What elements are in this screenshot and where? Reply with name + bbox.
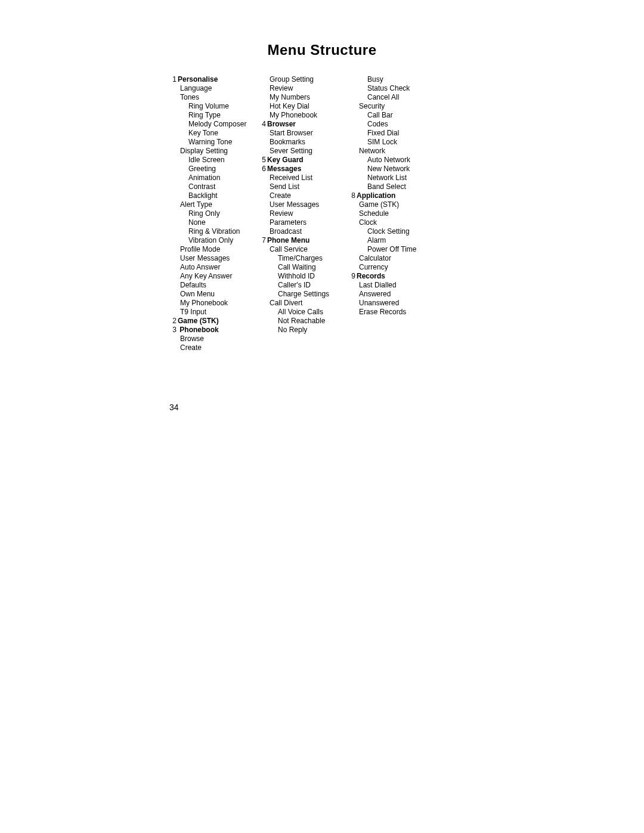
menu-label: Create [180,343,202,352]
menu-label: Review [270,209,293,218]
menu-label: Network [359,147,385,155]
menu-label: Hot Key Dial [270,102,309,110]
menu-item: Call Divert [259,299,342,308]
menu-item: Group Setting [259,75,342,84]
menu-label: Power Off Time [367,245,416,253]
menu-label: Game (STK) [178,317,219,325]
menu-label: None [188,218,206,227]
menu-label: Idle Screen [188,156,225,164]
menu-section-header: 6Messages [259,165,342,174]
menu-item: Language [169,84,253,93]
menu-item: Key Tone [169,129,253,138]
menu-label: Auto Answer [180,263,220,271]
menu-label: Call Service [270,245,308,253]
menu-item: Answered [348,290,432,299]
menu-label: Clock [359,218,377,227]
menu-item: Review [259,209,342,218]
menu-item: My Phonebook [169,299,253,308]
menu-label: Language [180,84,212,92]
menu-label: Own Menu [180,290,215,298]
menu-item: Defaults [169,281,253,290]
menu-number: 4 [259,120,266,129]
menu-label: Browse [180,335,204,343]
menu-label: Broadcast [270,227,302,236]
document-page: Menu Structure 1PersonaliseLanguageTones… [0,0,644,833]
menu-item: Call Waiting [259,263,342,272]
menu-label: Erase Records [359,308,406,316]
menu-label: Vibration Only [188,236,233,244]
menu-label: Unanswered [359,299,399,307]
menu-label: Cancel All [367,93,399,101]
menu-item: Schedule [348,209,432,218]
menu-item: Backlight [169,191,253,200]
menu-label: Caller's ID [278,281,311,289]
menu-item: Time/Charges [259,254,342,263]
menu-item: Alarm [348,236,432,245]
menu-column: 1PersonaliseLanguageTonesRing VolumeRing… [169,75,253,352]
menu-number: 3 [169,326,177,335]
menu-item: Currency [348,263,432,272]
menu-label: Calculator [359,254,391,262]
menu-item: Network [348,147,432,156]
menu-item: New Network [348,165,432,174]
page-number: 34 [169,402,179,412]
menu-item: Browse [169,335,253,343]
menu-label: All Voice Calls [278,308,323,316]
menu-label: Application [357,191,395,200]
menu-label: Contrast [188,182,215,191]
menu-section-header: 8Application [348,191,432,200]
menu-label: Call Waiting [278,263,316,271]
menu-label: Backlight [188,191,218,200]
menu-label: Ring & Vibration [188,227,240,236]
menu-label: Currency [359,263,388,271]
menu-label: Auto Network [367,156,410,164]
menu-item: Last Dialled [348,281,432,290]
menu-item: Network List [348,174,432,182]
menu-section-header: 9Records [348,272,432,281]
menu-item: Profile Mode [169,245,253,254]
menu-item: Hot Key Dial [259,102,342,111]
menu-section-header: 7Phone Menu [259,236,342,245]
menu-item: Display Setting [169,147,253,156]
menu-item: Animation [169,174,253,182]
menu-item: Fixed Dial [348,129,432,138]
menu-item: Parameters [259,218,342,227]
menu-label: Network List [367,174,407,182]
menu-label: Bookmarks [270,138,305,146]
menu-item: Alert Type [169,200,253,209]
menu-number: 9 [348,272,355,281]
menu-item: My Phonebook [259,111,342,120]
menu-label: Group Setting [270,75,314,83]
menu-label: Phone Menu [267,236,309,244]
menu-item: My Numbers [259,93,342,102]
menu-item: Clock Setting [348,227,432,236]
menu-section-header: 4Browser [259,120,342,129]
menu-label: SIM Lock [367,138,397,146]
menu-label: Ring Type [188,111,221,119]
menu-label: My Phonebook [270,111,317,119]
menu-item: User Messages [169,254,253,263]
menu-label: Records [357,272,385,280]
menu-label: Profile Mode [180,245,220,253]
menu-label: T9 Input [180,308,206,316]
menu-number: 7 [259,236,266,245]
menu-item: Charge Settings [259,290,342,299]
menu-label: Clock Setting [367,227,410,236]
menu-item: Power Off Time [348,245,432,254]
menu-item: Melody Composer [169,120,253,129]
menu-number: 2 [169,317,177,326]
menu-item: Unanswered [348,299,432,308]
menu-label: Security [359,102,385,110]
menu-item: Withhold ID [259,272,342,281]
menu-item: Auto Answer [169,263,253,272]
menu-label: Melody Composer [188,120,246,128]
menu-label: Received List [270,174,312,182]
menu-number: 1 [169,75,177,84]
menu-label: Review [270,84,293,92]
menu-label: Browser [267,120,296,128]
menu-label: Last Dialled [359,281,397,289]
menu-item: Game (STK) [348,200,432,209]
menu-number: 6 [259,165,266,174]
page-title: Menu Structure [0,0,644,58]
menu-item: Start Browser [259,129,342,138]
